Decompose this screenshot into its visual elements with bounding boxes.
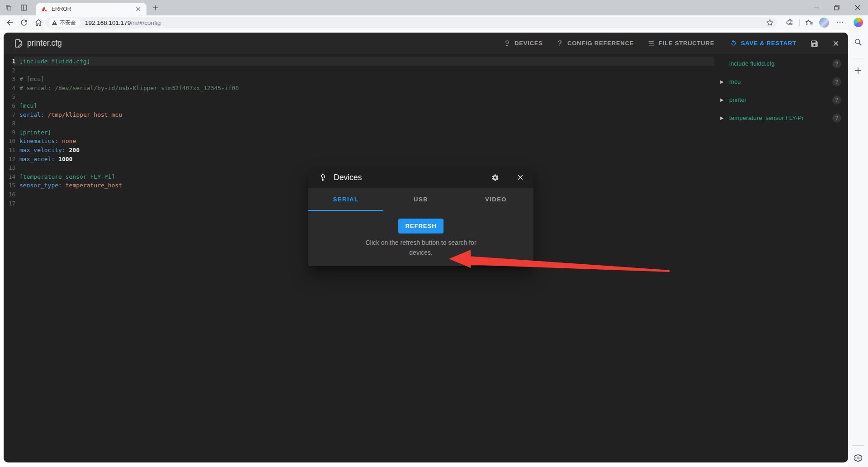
- close-editor-button[interactable]: [829, 37, 843, 50]
- save-restart-label: SAVE & RESTART: [741, 40, 797, 47]
- help-icon[interactable]: ?: [832, 77, 841, 86]
- dialog-settings-button[interactable]: [488, 171, 502, 184]
- window-restore-button[interactable]: [826, 0, 847, 15]
- browser-tab[interactable]: ERROR: [36, 3, 146, 15]
- list-icon: [647, 39, 655, 47]
- bookmark-star-icon[interactable]: [766, 19, 774, 26]
- tab-title: ERROR: [52, 6, 135, 12]
- editor-line[interactable]: 4# serial: /dev/serial/by-id/usb-Klipper…: [4, 84, 709, 93]
- editor-line[interactable]: 3# [mcu]: [4, 75, 709, 84]
- gear-icon: [491, 174, 499, 181]
- address-bar[interactable]: 不安全 192.168.101.179/m/#/config: [45, 17, 777, 28]
- security-chip[interactable]: 不安全: [49, 18, 80, 27]
- vertical-tabs-icon[interactable]: [20, 4, 28, 12]
- dialog-tab-serial[interactable]: SERIAL: [308, 188, 383, 211]
- line-number: 8: [4, 119, 15, 128]
- favorites-icon[interactable]: [805, 18, 813, 26]
- extensions-icon[interactable]: [785, 18, 793, 26]
- structure-item-temperature_sensor[interactable]: ▶temperature_sensor FLY-Pi?: [714, 109, 844, 127]
- workspaces-icon[interactable]: [5, 4, 13, 12]
- devices-button[interactable]: DEVICES: [503, 33, 543, 54]
- url-host: 192.168.101.179: [85, 19, 131, 26]
- refresh-page-icon[interactable]: [19, 18, 28, 27]
- editor-line[interactable]: 6[mcu]: [4, 101, 709, 110]
- line-number: 11: [4, 146, 15, 155]
- security-label: 不安全: [60, 19, 76, 27]
- line-number: 1: [4, 57, 15, 66]
- dialog-hint-line2: devices.: [308, 249, 533, 256]
- line-code: [temperature_sensor FLY-Pi]: [19, 172, 115, 181]
- dialog-tab-video[interactable]: VIDEO: [458, 188, 533, 211]
- line-code: kinematics: none: [19, 137, 76, 146]
- line-code: max_accel: 1000: [19, 155, 72, 164]
- back-icon[interactable]: [5, 18, 14, 27]
- dialog-tabs: SERIALUSBVIDEO: [308, 188, 533, 211]
- line-number: 14: [4, 172, 15, 181]
- expand-arrow-icon[interactable]: ▶: [720, 79, 724, 84]
- line-number: 17: [4, 199, 15, 208]
- home-icon[interactable]: [34, 18, 43, 27]
- copilot-icon[interactable]: [854, 18, 863, 27]
- line-number: 15: [4, 181, 15, 190]
- warning-icon: [52, 20, 57, 26]
- profile-avatar[interactable]: [819, 18, 829, 28]
- file-structure-button[interactable]: FILE STRUCTURE: [647, 33, 714, 54]
- file-edit-icon: [14, 38, 24, 48]
- new-tab-icon[interactable]: [152, 4, 159, 11]
- sidebar-search-icon[interactable]: [854, 38, 863, 47]
- line-number: 5: [4, 92, 15, 101]
- devices-label: DEVICES: [514, 40, 543, 47]
- window-minimize-button[interactable]: [806, 0, 826, 15]
- structure-item-label: include fluidd.cfg: [729, 55, 775, 73]
- dialog-close-button[interactable]: [514, 171, 527, 184]
- sidebar-settings-icon[interactable]: [854, 453, 863, 462]
- dialog-tab-usb[interactable]: USB: [383, 188, 458, 211]
- line-code: # [mcu]: [19, 75, 44, 84]
- help-icon[interactable]: ?: [832, 114, 841, 123]
- sidebar-add-icon[interactable]: [854, 66, 863, 75]
- editor-line[interactable]: 10kinematics: none: [4, 137, 709, 146]
- help-icon[interactable]: ?: [832, 59, 841, 68]
- screen: ERROR 不安全 192.168.101.179/m/#/config pri…: [0, 0, 868, 467]
- url-path: /m/#/config: [131, 19, 160, 26]
- structure-item-include[interactable]: include fluidd.cfg?: [714, 55, 844, 73]
- restart-icon: [730, 39, 737, 47]
- expand-arrow-icon[interactable]: ▶: [720, 97, 724, 102]
- line-number: 12: [4, 155, 15, 164]
- help-icon[interactable]: ?: [832, 95, 841, 105]
- structure-item-mcu[interactable]: ▶mcu?: [714, 73, 844, 91]
- dialog-hint-line1: Click on the refresh button to search fo…: [308, 239, 533, 246]
- editor-line[interactable]: 1[include fluidd.cfg]: [4, 57, 709, 66]
- usb-icon: [503, 39, 511, 47]
- save-file-button[interactable]: [807, 37, 821, 50]
- line-code: [mcu]: [19, 101, 37, 110]
- sidebar-divider: [852, 58, 864, 58]
- editor-line[interactable]: 8: [4, 119, 709, 128]
- browser-menu-icon[interactable]: [836, 18, 844, 26]
- expand-arrow-icon[interactable]: ▶: [720, 115, 724, 120]
- config-reference-button[interactable]: CONFIG REFERENCE: [556, 33, 634, 54]
- page-title: printer.cfg: [27, 33, 62, 54]
- editor-line[interactable]: 5: [4, 92, 709, 101]
- save-restart-button[interactable]: SAVE & RESTART: [730, 33, 797, 54]
- window-close-button[interactable]: [847, 0, 868, 15]
- refresh-button[interactable]: REFRESH: [398, 219, 443, 234]
- editor-line[interactable]: 9[printer]: [4, 128, 709, 137]
- url-text[interactable]: 192.168.101.179/m/#/config: [85, 19, 160, 26]
- editor-line[interactable]: 12max_accel: 1000: [4, 155, 709, 164]
- editor-line[interactable]: 11max_velocity: 200: [4, 146, 709, 155]
- dialog-title: Devices: [334, 173, 488, 182]
- line-code: sensor_type: temperature_host: [19, 181, 122, 190]
- file-structure-label: FILE STRUCTURE: [659, 40, 714, 47]
- line-code: [printer]: [19, 128, 51, 137]
- editor-line[interactable]: 7serial: /tmp/klipper_host_mcu: [4, 110, 709, 119]
- structure-item-printer[interactable]: ▶printer?: [714, 91, 844, 109]
- line-number: 10: [4, 137, 15, 146]
- dialog-header: Devices: [308, 167, 533, 188]
- question-icon: [556, 39, 564, 47]
- editor-line[interactable]: 2: [4, 66, 709, 75]
- line-code: max_velocity: 200: [19, 146, 80, 155]
- tab-close-icon[interactable]: [135, 5, 142, 13]
- line-code: serial: /tmp/klipper_host_mcu: [19, 110, 122, 119]
- structure-item-label: mcu: [729, 73, 741, 91]
